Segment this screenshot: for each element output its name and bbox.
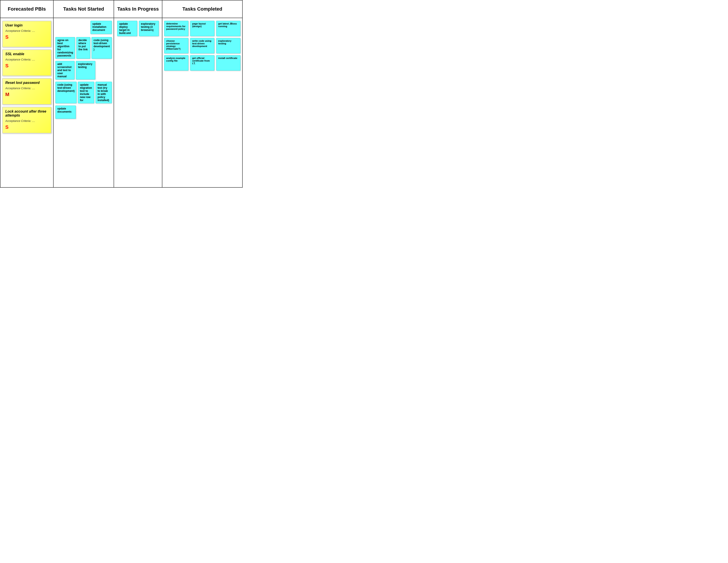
pbi-lock-title: Lock account after three attempts xyxy=(5,109,48,117)
task-code-tdd-2[interactable]: code (using test-driven development) xyxy=(55,82,77,103)
forecasted-body: User login Acceptance Criteria: .... S S… xyxy=(0,18,53,187)
column-not-started: Tasks Not Started update installation do… xyxy=(54,0,114,187)
task-determine-requirements[interactable]: determine requirements for password poli… xyxy=(164,21,188,36)
task-update-deploy[interactable]: update deploy target in build.xml xyxy=(117,21,137,36)
task-write-code-tdd[interactable]: write code using test-driven development xyxy=(190,38,214,53)
task-agree-algorithm[interactable]: agree on best algorithm for randomizing … xyxy=(55,37,75,59)
task-manual-test[interactable]: manual test (try to break in with policy… xyxy=(96,82,112,103)
column-completed: Tasks Completed determine requirements f… xyxy=(162,0,242,187)
pbi-reset-title: Reset lost password xyxy=(5,81,48,85)
not-started-body: update installation document agree on be… xyxy=(54,18,114,187)
col-header-completed: Tasks Completed xyxy=(162,0,242,18)
ns-empty-2 xyxy=(77,105,94,119)
pbi-lock-criteria: Acceptance Criteria: .... xyxy=(5,119,48,122)
col-header-not-started: Tasks Not Started xyxy=(54,0,114,18)
pbi-ssl[interactable]: SSL enable Acceptance Criteria: .... S xyxy=(2,49,51,76)
kanban-board: Forecasted PBIs User login Acceptance Cr… xyxy=(0,0,243,188)
col-header-in-progress: Tasks In Progress xyxy=(114,0,162,18)
task-exploratory-completed[interactable]: exploratory testing xyxy=(216,38,240,53)
pbi-reset-criteria: Acceptance Criteria: .... xyxy=(5,86,48,90)
pbi-ssl-title: SSL enable xyxy=(5,52,48,56)
task-choose-persistence[interactable]: choose persistence strategy (Hibernate?) xyxy=(164,38,188,53)
ns-empty-1 xyxy=(97,61,112,79)
task-get-certificate[interactable]: get official certificate from I.T. xyxy=(190,55,214,71)
task-get-jboss[interactable]: get latest JBoss running xyxy=(216,21,240,36)
pbi-lock[interactable]: Lock account after three attempts Accept… xyxy=(2,107,51,133)
task-page-layout[interactable]: page layout (design) xyxy=(190,21,214,36)
pbi-reset-size: M xyxy=(5,92,48,97)
ns-row-1: agree on best algorithm for randomizing … xyxy=(55,37,112,59)
ns-row-3: code (using test-driven development) upd… xyxy=(55,82,112,103)
column-in-progress: Tasks In Progress update deploy target i… xyxy=(114,0,162,187)
task-update-documents[interactable]: update documents xyxy=(55,105,76,119)
task-code-tdd-1[interactable]: code (using test-driven development ) xyxy=(92,37,112,59)
pbi-reset[interactable]: Reset lost password Acceptance Criteria:… xyxy=(2,78,51,105)
task-update-installation[interactable]: update installation document xyxy=(90,21,112,34)
task-update-migration[interactable]: update migration tool to include new row… xyxy=(78,82,94,103)
col-header-forecasted: Forecasted PBIs xyxy=(0,0,53,18)
in-progress-body: update deploy target in build.xml explor… xyxy=(114,18,162,187)
ip-row-1: update deploy target in build.xml explor… xyxy=(116,21,160,36)
task-exploratory-3browsers[interactable]: exploratory testing (3 browsers) xyxy=(139,21,159,36)
task-add-screenshot[interactable]: add screenshot and text to user manual xyxy=(55,61,75,79)
pbi-ssl-size: S xyxy=(5,63,48,69)
completed-grid: determine requirements for password poli… xyxy=(162,18,242,73)
task-decide-link[interactable]: decide where to put the link xyxy=(76,37,90,59)
ns-row-4: update documents xyxy=(55,105,112,119)
pbi-ssl-criteria: Acceptance Criteria: .... xyxy=(5,58,48,61)
task-install-certificate[interactable]: install certificate xyxy=(216,55,240,71)
pbi-user-login-criteria: Acceptance Criteria: .... xyxy=(5,29,48,32)
pbi-user-login-size: S xyxy=(5,34,48,40)
column-forecasted: Forecasted PBIs User login Acceptance Cr… xyxy=(0,0,54,187)
ns-empty-3 xyxy=(95,105,112,119)
task-analyze-config[interactable]: analyze example config file xyxy=(164,55,188,71)
ns-row-2: add screenshot and text to user manual e… xyxy=(55,61,112,79)
task-exploratory-testing-1[interactable]: exploratory testing xyxy=(76,61,95,79)
pbi-lock-size: S xyxy=(5,124,48,130)
pbi-user-login[interactable]: User login Acceptance Criteria: .... S xyxy=(2,21,51,47)
pbi-user-login-title: User login xyxy=(5,23,48,27)
